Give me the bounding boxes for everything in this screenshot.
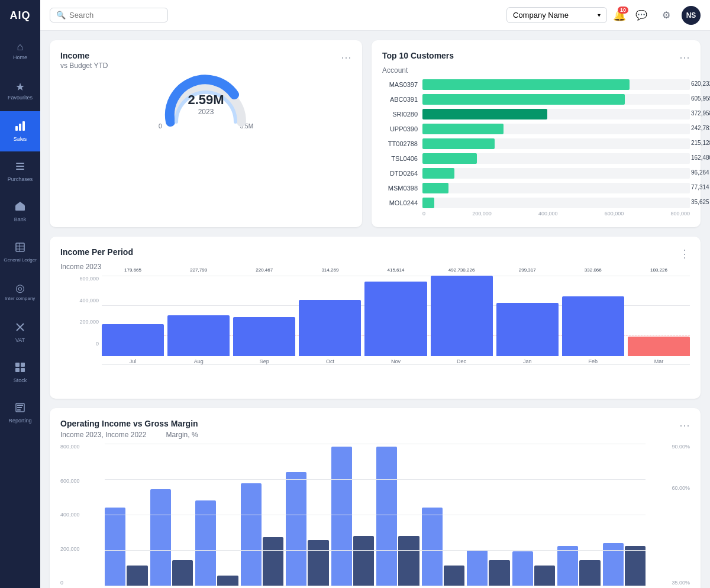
notification-bell[interactable]: 🔔 10 (613, 9, 626, 22)
customer-id: UPP0390 (382, 125, 418, 133)
period-month: Aug (194, 358, 204, 364)
period-bar-label: 108,226 (650, 267, 667, 273)
svg-rect-16 (15, 368, 20, 372)
op-grid-1 (105, 479, 646, 480)
horizontal-bar-chart: MAS0397 620,232 ABC0391 605,959 SRI0280 … (382, 79, 690, 208)
period-bar (167, 315, 230, 356)
bar-fill (422, 198, 434, 208)
sidebar-item-purchases[interactable]: Purchases (0, 151, 40, 192)
sidebar-label-sales: Sales (14, 136, 27, 143)
bar-track: 215,128 (422, 138, 690, 149)
search-input[interactable] (69, 11, 162, 20)
op-bar-blue (286, 472, 306, 586)
bar-fill (422, 79, 630, 90)
customer-bar-row: TT002788 215,128 (382, 138, 690, 149)
bar-value: 242,781 (691, 125, 710, 131)
period-bar-label: 227,799 (190, 267, 207, 273)
vertical-bars: 179,665 Jul 227,799 Aug 220,467 Sep 314,… (60, 276, 690, 364)
bar-value: 605,959 (691, 95, 710, 102)
bank-icon (14, 201, 26, 214)
sidebar-item-vat[interactable]: VAT (0, 312, 40, 353)
bar-value: 96,264 (691, 169, 710, 176)
op-bar-dark (444, 566, 464, 586)
op-grid-3 (105, 550, 646, 551)
sidebar-label-general-ledger: General Ledger (4, 257, 37, 263)
bar-fill (422, 183, 448, 193)
topbar-right: Company Name ▾ 🔔 10 💬 ⚙ NS (506, 6, 701, 25)
svg-rect-8 (16, 243, 24, 251)
period-bar (431, 276, 493, 356)
top-cards-row: Income vs Budget YTD ⋯ (50, 40, 701, 227)
customer-bar-row: MOL0244 35,625 (382, 198, 690, 208)
period-bar-wrap: 220,467 Sep (233, 276, 295, 364)
purchases-icon (14, 160, 26, 174)
sidebar-item-reporting[interactable]: Reporting (0, 393, 40, 433)
period-bar-label: 314,269 (321, 267, 338, 273)
sidebar-label-favourites: Favourites (8, 95, 33, 101)
op-month-group (105, 508, 148, 586)
op-month-group (467, 550, 510, 586)
svg-rect-15 (21, 363, 25, 367)
sidebar-label-reporting: Reporting (8, 418, 31, 424)
customer-bar-row: SRI0280 372,958 (382, 109, 690, 119)
sidebar-item-sales[interactable]: Sales (0, 111, 40, 151)
sidebar-item-favourites[interactable]: ★ Favourites (0, 71, 40, 111)
op-bar-dark (579, 560, 600, 586)
op-bar-blue (376, 447, 397, 586)
operating-chart-container: 800,000 600,000 400,000 200,000 0 90.00%… (60, 444, 690, 588)
bar-value: 620,232 (691, 80, 710, 87)
sidebar-label-purchases: Purchases (8, 176, 33, 183)
customer-id: MSM0398 (382, 185, 418, 192)
op-month-group (603, 543, 646, 586)
op-bar-dark (625, 546, 646, 586)
reporting-icon (14, 402, 26, 415)
income-budget-header: Income vs Budget YTD ⋯ (60, 51, 351, 70)
sidebar-label-vat: VAT (15, 337, 25, 344)
h-axis: 0200,000400,000600,000800,000 (382, 211, 690, 217)
op-month-group (331, 447, 375, 586)
svg-rect-20 (17, 407, 22, 408)
bar-value: 77,314 (691, 184, 710, 190)
operating-menu[interactable]: ⋯ (679, 419, 690, 432)
stock-icon (14, 361, 26, 375)
bar-track: 162,480 (422, 153, 690, 164)
op-month-group (376, 447, 419, 586)
avatar[interactable]: NS (682, 6, 701, 25)
sidebar-item-inter-company[interactable]: ◎ Inter company (0, 272, 40, 312)
account-label: Account (382, 66, 690, 75)
period-bar (233, 317, 295, 356)
period-menu[interactable]: ⋮ (679, 247, 690, 260)
logo-text: AIQ (9, 9, 30, 22)
company-select[interactable]: Company Name ▾ (506, 7, 607, 23)
sidebar-item-stock[interactable]: Stock (0, 353, 40, 393)
op-bar-blue (331, 447, 352, 586)
bar-value: 215,128 (691, 140, 710, 146)
bar-fill (422, 124, 504, 134)
period-bar-wrap: 227,799 Aug (167, 276, 230, 364)
bar-fill (422, 168, 454, 179)
income-budget-menu[interactable]: ⋯ (341, 51, 351, 64)
period-bar-wrap: 299,317 Jan (496, 276, 559, 364)
op-bar-blue (195, 500, 216, 586)
customer-bar-row: MSM0398 77,314 (382, 183, 690, 193)
alerts-button[interactable]: 💬 (632, 6, 651, 25)
op-month-group (241, 483, 284, 586)
customer-id: MAS0397 (382, 81, 418, 88)
op-bar-blue (105, 508, 125, 586)
period-month: Jan (523, 358, 532, 364)
settings-button[interactable]: ⚙ (657, 6, 676, 25)
intercompany-icon: ◎ (15, 283, 25, 293)
search-box[interactable]: 🔍 (50, 8, 168, 22)
op-bar-dark (127, 566, 147, 586)
sidebar-item-general-ledger[interactable]: General Ledger (0, 232, 40, 272)
sidebar-item-bank[interactable]: Bank (0, 192, 40, 232)
bar-fill (422, 109, 547, 119)
op-bar-dark (489, 560, 509, 586)
customers-menu[interactable]: ⋯ (679, 51, 690, 64)
period-title: Income Per Period (60, 247, 133, 257)
svg-marker-7 (15, 202, 25, 205)
sidebar-item-home[interactable]: ⌂ Home (0, 31, 40, 71)
h-axis-tick: 200,000 (472, 211, 492, 217)
sidebar-label-stock: Stock (14, 377, 27, 384)
period-month: Sep (260, 358, 269, 364)
